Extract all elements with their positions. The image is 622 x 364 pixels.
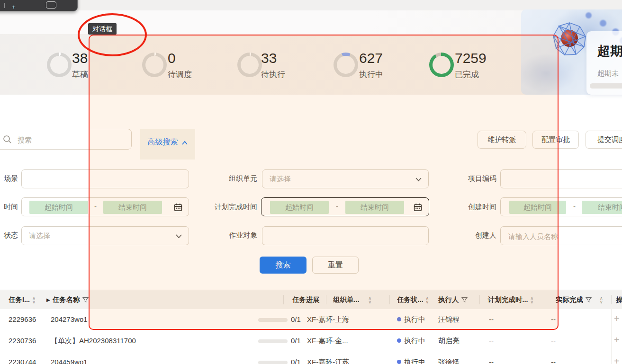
work-object-input[interactable]: [269, 227, 412, 246]
submit-dispatch-button[interactable]: 提交调度: [586, 131, 622, 149]
annotation-toolbar[interactable]: +: [0, 0, 78, 11]
progress-bar: [258, 339, 288, 343]
col-label: 任务I...: [9, 295, 30, 304]
col-task-name[interactable]: ▶ 任务名称: [46, 295, 89, 304]
stat-label: 执行中: [359, 69, 383, 80]
col-label: 组织单...: [333, 295, 360, 304]
cell-task-name[interactable]: 204459wo1: [51, 358, 88, 364]
end-time-placeholder[interactable]: 结束时间: [345, 201, 404, 214]
filter-icon[interactable]: [82, 297, 89, 303]
overdue-panel: 超期 超期未: [586, 31, 622, 95]
range-separator: -: [573, 202, 576, 210]
form-reset-button[interactable]: 重置: [312, 257, 359, 274]
scene-label: 场景: [0, 174, 18, 183]
status-dot: [397, 317, 401, 321]
create-time-picker[interactable]: 起始时间 - 结束时间: [500, 197, 622, 216]
sort-icon[interactable]: ∧∨: [531, 296, 534, 304]
select-placeholder: 请选择: [270, 175, 291, 184]
advanced-search-toggle[interactable]: 高级搜索: [140, 129, 195, 160]
sort-icon[interactable]: ∧∨: [369, 296, 372, 304]
end-time-placeholder[interactable]: 结束时间: [582, 201, 622, 214]
col-label: 操: [616, 295, 622, 304]
start-time-placeholder[interactable]: 起始时间: [270, 201, 329, 214]
col-task-id[interactable]: 任务I... ∧∨: [9, 295, 36, 304]
sort-icon[interactable]: ∧∨: [426, 296, 429, 304]
col-label: 任务状...: [397, 295, 424, 304]
stat-label: 草稿: [72, 69, 88, 80]
table-row[interactable]: 2229636 204273wo1 0/1 XF-嘉环-上海 执行中 汪锦程 -…: [0, 309, 622, 331]
maintain-transfer-button[interactable]: 维护转派: [478, 131, 526, 149]
cell-plan-finish: --: [489, 315, 494, 323]
cell-actual-finish: --: [551, 358, 556, 364]
calendar-icon[interactable]: [414, 203, 422, 212]
expand-plus-icon[interactable]: +: [614, 356, 620, 364]
select-placeholder: 请选择: [29, 231, 50, 240]
expand-plus-icon[interactable]: +: [614, 335, 620, 346]
pending-schedule-ring-chart: [142, 53, 167, 77]
stat-value: 33: [261, 50, 285, 66]
table-row[interactable]: 2230744 204459wo1 0/1 XF-嘉环-江苏 执行中 张徐怪 -…: [0, 352, 622, 364]
col-org-unit[interactable]: 组织单... ∧∨: [333, 295, 371, 304]
time-range-picker[interactable]: 起始时间 - 结束时间: [21, 197, 189, 216]
progress-bar: [258, 361, 288, 364]
plan-finish-time-label: 计划完成时间: [186, 203, 257, 212]
completed-ring-chart: [429, 53, 454, 77]
project-code-input[interactable]: [507, 170, 622, 189]
header-divider: [479, 295, 480, 304]
col-label: 执行人: [438, 295, 459, 304]
col-action: 操: [616, 295, 622, 304]
configure-approval-button[interactable]: 配置审批: [532, 131, 579, 149]
shape-tool-icon[interactable]: [46, 1, 56, 9]
cell-progress: 0/1: [291, 358, 301, 364]
search-input[interactable]: [17, 129, 127, 150]
cell-actual-finish: --: [551, 337, 556, 345]
decorative-dot: [586, 12, 592, 18]
stat-label: 待执行: [261, 69, 285, 80]
col-executor[interactable]: 执行人: [438, 295, 468, 304]
advanced-search-label: 高级搜索: [148, 137, 178, 147]
org-unit-label: 组织单元: [186, 174, 257, 183]
col-plan-finish[interactable]: 计划完成时... ∧∨: [488, 295, 533, 304]
cell-task-name[interactable]: 204273wo1: [51, 315, 88, 323]
annotation-label-text: 对话框: [92, 25, 112, 34]
creator-input[interactable]: [507, 227, 622, 246]
create-time-label: 创建时间: [425, 203, 496, 212]
cell-status: 执行中: [404, 337, 425, 346]
filter-icon[interactable]: [461, 297, 468, 303]
calendar-icon[interactable]: [174, 203, 182, 212]
header-divider: [611, 295, 612, 304]
expand-plus-icon[interactable]: +: [614, 313, 620, 324]
quick-search-box: [0, 129, 132, 150]
stat-pending-exec: 33 待执行: [261, 50, 285, 80]
end-time-placeholder[interactable]: 结束时间: [103, 201, 162, 214]
scene-input[interactable]: [28, 170, 172, 189]
stat-label: 已完成: [455, 69, 487, 80]
sort-icon[interactable]: ∧∨: [600, 296, 603, 304]
form-search-button[interactable]: 搜索: [260, 257, 306, 274]
plan-finish-time-picker[interactable]: 起始时间 - 结束时间: [261, 197, 429, 216]
stat-completed: 7259 已完成: [455, 50, 487, 80]
cell-executor: 张徐怪: [438, 358, 460, 364]
cell-task-id: 2230744: [9, 358, 36, 364]
creator-label: 创建人: [425, 231, 496, 240]
org-unit-select[interactable]: 请选择: [262, 169, 429, 188]
expand-all-icon[interactable]: ▶: [46, 297, 50, 302]
status-select[interactable]: 请选择: [21, 226, 189, 245]
start-time-placeholder[interactable]: 起始时间: [509, 201, 566, 214]
chevron-down-icon: [415, 176, 422, 183]
table-row[interactable]: 2230736 【单次】AH202308311700 0/1 XF-嘉环-金..…: [0, 330, 622, 352]
start-time-placeholder[interactable]: 起始时间: [29, 201, 88, 214]
executing-ring-chart: [334, 53, 358, 77]
table-header: 任务I... ∧∨ ▶ 任务名称 任务进展 组织单... ∧∨ 任务状... ∧…: [0, 290, 622, 310]
filter-icon[interactable]: [586, 297, 592, 303]
chevron-down-icon: [175, 233, 182, 240]
cell-executor: 汪锦程: [438, 315, 460, 324]
col-task-status[interactable]: 任务状... ∧∨: [397, 295, 429, 304]
cell-org-unit: XF-嘉环-上海: [307, 315, 349, 324]
col-actual-finish[interactable]: 实际完成 ∧∨: [556, 295, 603, 304]
cell-task-name[interactable]: 【单次】AH202308311700: [51, 337, 136, 346]
header-divider: [283, 295, 284, 304]
overdue-subtitle: 超期未: [597, 69, 619, 78]
sort-icon[interactable]: ∧∨: [32, 296, 36, 304]
plus-icon[interactable]: +: [12, 3, 16, 10]
